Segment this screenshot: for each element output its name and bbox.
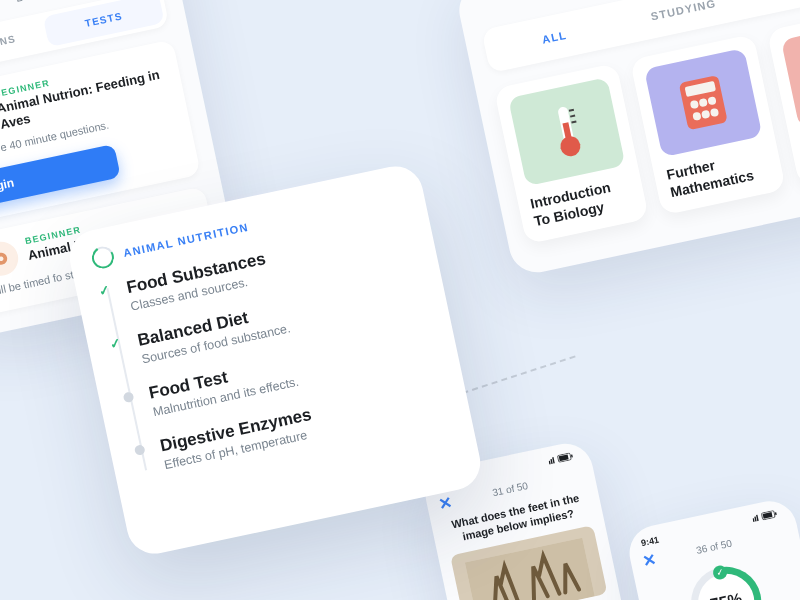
tab-tests[interactable]: TESTS [43,0,165,47]
subject-name: Further Mathematics [665,146,771,201]
svg-rect-27 [550,459,552,464]
subject-name: Introduction To Biology [529,175,635,230]
begin-button[interactable]: Begin [0,144,121,209]
check-icon: ✓ [712,564,729,581]
svg-rect-33 [753,518,755,522]
score-percent: 75% [709,590,744,600]
quiz-score-screen: 9:41 ✕ 36 of 50 ✓ 75% +20 ★ [624,496,800,600]
donut-icon [0,239,21,279]
svg-point-12 [558,134,582,158]
tab-studying[interactable]: STUDYING [615,0,752,41]
status-right-icons [752,509,781,525]
progress-ring-icon [90,244,116,270]
close-icon[interactable]: ✕ [437,493,454,514]
close-icon[interactable]: ✕ [641,550,658,571]
svg-rect-14 [570,115,575,118]
calculator-icon [644,48,762,157]
svg-rect-31 [571,455,573,458]
score-ring: ✓ 75% [685,560,768,600]
svg-rect-35 [756,515,759,521]
svg-rect-13 [568,109,573,112]
question-counter: 36 of 50 [695,538,733,556]
flask-icon [781,19,800,128]
svg-rect-38 [775,512,777,515]
subjects-screen: ALL STUDYING LIKED Introduction To Biolo… [454,0,800,278]
svg-rect-32 [465,538,595,600]
svg-rect-37 [763,512,773,519]
svg-rect-26 [549,461,551,465]
subject-card-biology[interactable]: Introduction To Biology [494,63,650,245]
svg-rect-34 [754,516,756,521]
question-counter: 31 of 50 [491,480,529,498]
tab-lessons[interactable]: LESSONS [0,17,49,72]
svg-rect-15 [571,121,576,124]
status-time: 9:41 [640,535,660,549]
thermometer-icon [508,77,626,186]
tab-liked[interactable]: LIKED [744,0,800,14]
subject-card-maths[interactable]: Further Mathematics [630,34,786,216]
syllabus-label: ANIMAL NUTRITION [122,221,250,259]
